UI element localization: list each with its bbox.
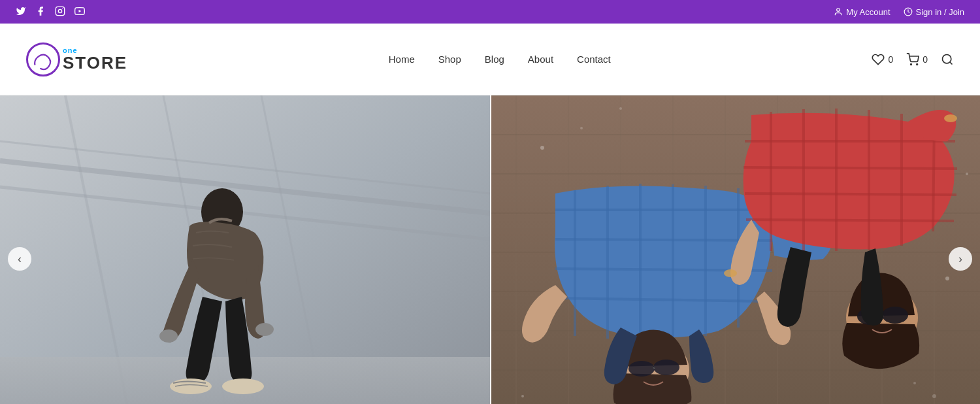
logo-store: STORE xyxy=(63,54,127,71)
twitter-icon[interactable] xyxy=(16,6,26,18)
logo-text: one STORE xyxy=(63,47,127,71)
svg-marker-3 xyxy=(79,9,82,12)
svg-point-8 xyxy=(942,54,951,63)
svg-point-68 xyxy=(521,395,524,397)
search-button[interactable] xyxy=(941,53,954,66)
nav-about[interactable]: About xyxy=(528,54,553,65)
hero-left-image xyxy=(0,95,490,404)
hero-slider: ‹ › xyxy=(0,95,980,404)
svg-point-70 xyxy=(619,107,622,110)
hero-right-image xyxy=(490,95,980,404)
svg-point-7 xyxy=(917,63,918,65)
svg-point-20 xyxy=(222,379,264,394)
slider-next-button[interactable]: › xyxy=(949,247,972,271)
slider-divider xyxy=(490,95,491,404)
slider-next-icon: › xyxy=(958,252,962,266)
svg-point-1 xyxy=(58,9,61,12)
facebook-icon[interactable] xyxy=(35,6,46,18)
hero-panel-right xyxy=(490,95,980,404)
svg-point-63 xyxy=(944,114,957,122)
logo[interactable]: one STORE xyxy=(26,42,127,76)
top-bar-actions: My Account Sign in / Join xyxy=(834,7,964,17)
header: one STORE Home Shop Blog About Contact 0… xyxy=(0,24,980,95)
cart-count: 0 xyxy=(923,54,928,65)
hero-right-bg xyxy=(490,95,980,404)
svg-point-22 xyxy=(255,323,274,336)
svg-point-71 xyxy=(932,394,936,398)
slider-prev-icon: ‹ xyxy=(18,252,22,266)
nav-contact[interactable]: Contact xyxy=(577,54,611,65)
svg-point-45 xyxy=(629,361,655,377)
svg-point-67 xyxy=(913,382,916,384)
nav-shop[interactable]: Shop xyxy=(438,54,461,65)
slider-prev-button[interactable]: ‹ xyxy=(8,247,31,271)
cart-button[interactable]: 0 xyxy=(906,53,928,66)
social-links xyxy=(16,6,85,18)
instagram-icon[interactable] xyxy=(55,6,65,18)
svg-line-55 xyxy=(743,167,957,169)
main-nav: Home Shop Blog About Contact xyxy=(389,54,611,65)
my-account-label: My Account xyxy=(846,7,890,17)
svg-point-60 xyxy=(882,307,908,324)
hero-panel-left xyxy=(0,95,490,404)
svg-rect-0 xyxy=(56,7,64,15)
svg-line-47 xyxy=(653,367,655,369)
nav-blog[interactable]: Blog xyxy=(485,54,504,65)
wishlist-button[interactable]: 0 xyxy=(872,53,893,66)
svg-point-2 xyxy=(62,8,63,8)
svg-point-66 xyxy=(945,277,949,280)
top-bar: My Account Sign in / Join xyxy=(0,0,980,24)
logo-circle xyxy=(26,42,60,76)
svg-point-62 xyxy=(724,269,737,277)
svg-line-9 xyxy=(950,61,953,64)
wishlist-count: 0 xyxy=(888,54,893,65)
svg-point-64 xyxy=(540,146,544,150)
youtube-icon[interactable] xyxy=(74,6,85,18)
svg-point-69 xyxy=(966,173,968,175)
svg-point-46 xyxy=(653,360,679,375)
my-account-link[interactable]: My Account xyxy=(834,7,890,17)
svg-point-65 xyxy=(580,127,583,129)
svg-line-56 xyxy=(745,194,956,195)
svg-point-4 xyxy=(837,8,840,12)
nav-actions: 0 0 xyxy=(872,53,954,66)
hero-left-bg xyxy=(0,95,490,404)
svg-line-57 xyxy=(746,220,954,221)
svg-point-6 xyxy=(911,63,912,65)
signin-label: Sign in / Join xyxy=(916,7,964,17)
svg-point-21 xyxy=(159,329,178,343)
signin-link[interactable]: Sign in / Join xyxy=(904,7,964,17)
nav-home[interactable]: Home xyxy=(389,54,415,65)
